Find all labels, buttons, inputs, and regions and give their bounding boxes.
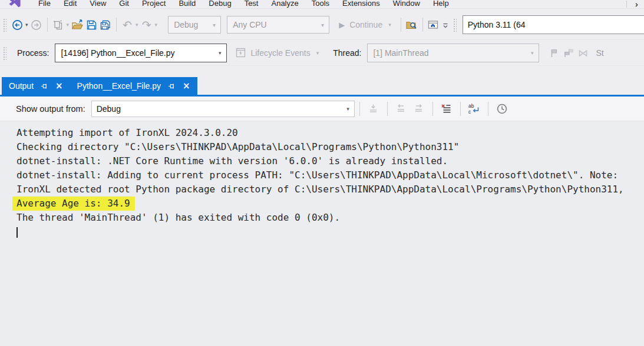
save-all-icon	[100, 19, 111, 31]
debug-location-toolbar: Process: [14196] Python__Excel_File.py ▾…	[0, 40, 644, 66]
caret-icon	[16, 227, 18, 238]
tab-label: Python__Excel_File.py	[77, 81, 161, 91]
undo-caret-icon[interactable]: ▾	[134, 22, 140, 28]
open-folder-icon	[71, 19, 84, 31]
browser-home-icon	[427, 19, 440, 31]
output-line: Checking directory "C:\Users\THINKPAD\Ap…	[12, 140, 464, 154]
menu-bar: FileEditViewGitProjectBuildDebugTestAnal…	[0, 0, 644, 9]
menu-item[interactable]: Analyze	[265, 0, 305, 8]
lifecycle-events-icon	[235, 47, 246, 58]
lifecycle-caret-icon: ▾	[315, 50, 321, 56]
clear-all-button[interactable]	[440, 101, 454, 117]
menu-item[interactable]: View	[83, 0, 113, 8]
continue-caret-icon: ▾	[387, 22, 392, 28]
menu-overflow-chevron-icon[interactable]: ›	[635, 0, 638, 9]
output-line: dotnet-install: .NET Core Runtime with v…	[12, 154, 453, 168]
output-source-combo[interactable]: Debug ▾	[91, 101, 355, 117]
toolbar-grip[interactable]	[2, 18, 6, 32]
visual-studio-window: FileEditViewGitProjectBuildDebugTestAnal…	[0, 0, 644, 346]
word-wrap-icon: ab c	[468, 103, 480, 114]
pin-icon[interactable]	[41, 82, 48, 90]
menu-item[interactable]: Debug	[202, 0, 237, 8]
menu-item[interactable]: Window	[387, 0, 427, 8]
standard-toolbar: ▾ ▾	[0, 9, 644, 40]
toolbar-separator	[387, 102, 388, 116]
stack-frame-label-clipped: St	[596, 48, 603, 58]
back-dropdown-caret-icon[interactable]: ▾	[24, 22, 29, 28]
open-file-button[interactable]	[70, 17, 84, 32]
toolbar-overflow-button[interactable]	[441, 17, 450, 32]
new-project-caret-icon[interactable]: ▾	[65, 22, 71, 28]
solution-platform-combo[interactable]: Any CPU ▾	[227, 16, 329, 34]
navigate-back-button[interactable]	[10, 17, 24, 32]
lifecycle-events-button[interactable]: Lifecycle Events ▾	[235, 47, 320, 58]
tab-label: Output	[9, 81, 34, 91]
close-icon[interactable]: ×	[183, 82, 190, 91]
thread-combo[interactable]: [1] MainThread ▾	[367, 44, 539, 62]
redo-caret-icon[interactable]: ▾	[154, 22, 159, 28]
find-in-files-button[interactable]	[405, 17, 419, 32]
toolbar-grip[interactable]	[2, 46, 6, 60]
menu-item[interactable]: Tools	[305, 0, 336, 8]
show-threads-in-source-button[interactable]: ⋈	[576, 45, 590, 61]
toolbar-separator	[47, 18, 48, 32]
output-line: Average Age is: 34.9	[12, 197, 135, 211]
menu-separator	[626, 1, 627, 8]
solution-configuration-value: Debug	[174, 20, 198, 29]
menu-item[interactable]: Git	[113, 0, 136, 8]
toolbar-separator	[116, 18, 117, 32]
forward-arrow-icon	[31, 19, 42, 31]
visual-studio-logo	[6, 0, 24, 8]
toggle-timestamps-button[interactable]	[495, 101, 509, 117]
menu-item[interactable]: Extensions	[336, 0, 387, 8]
menu-bar-right: ›	[618, 1, 644, 8]
play-icon: ▶	[339, 21, 345, 29]
save-all-button[interactable]	[98, 17, 113, 32]
toolbar-separator	[488, 102, 488, 116]
thread-value: [1] MainThread	[373, 48, 428, 58]
close-icon[interactable]: ×	[55, 82, 63, 91]
tab-output[interactable]: Output ×	[2, 77, 70, 95]
show-current-process-button[interactable]	[547, 45, 562, 61]
flag-icon	[549, 48, 560, 58]
pin-icon[interactable]	[168, 82, 176, 90]
find-message-button[interactable]	[366, 101, 381, 117]
process-value: [14196] Python__Excel_File.py	[61, 48, 174, 58]
undo-button[interactable]: ↶	[120, 17, 134, 32]
redo-button[interactable]: ↷	[140, 17, 154, 32]
combo-caret-icon: ▾	[217, 50, 223, 56]
menu-item[interactable]: File	[32, 0, 57, 8]
menu-item[interactable]: Edit	[57, 0, 83, 8]
process-combo[interactable]: [14196] Python__Excel_File.py ▾	[55, 44, 227, 62]
previous-message-button[interactable]	[394, 101, 408, 117]
web-browser-button[interactable]	[427, 17, 441, 32]
output-toolbar: Show output from: Debug ▾	[0, 97, 644, 121]
tab-strip-spacer	[0, 66, 644, 77]
toolbar-separator	[401, 18, 401, 32]
solution-configuration-combo[interactable]: Debug ▾	[168, 16, 221, 34]
show-all-processes-button[interactable]	[562, 45, 576, 61]
menu-item[interactable]: Build	[172, 0, 202, 8]
combo-caret-icon: ▾	[345, 106, 351, 112]
python-environment-combo[interactable]: Python 3.11 (64	[463, 15, 644, 34]
output-line: Attempting import of IronXL 2024.3.0.20	[12, 126, 243, 140]
menu-item[interactable]: Project	[136, 0, 172, 8]
tab-python-excel-file[interactable]: Python__Excel_File.py ×	[70, 77, 197, 95]
new-project-button[interactable]	[51, 17, 65, 32]
next-message-button[interactable]	[412, 101, 426, 117]
navigate-forward-button[interactable]	[29, 17, 44, 32]
toolbar-separator	[460, 102, 461, 116]
toggle-word-wrap-button[interactable]: ab c	[467, 101, 481, 117]
save-button[interactable]	[84, 17, 98, 32]
output-line: The thread 'MainThread' (1) has exited w…	[12, 211, 345, 225]
menu-item[interactable]: Help	[427, 0, 455, 8]
toolbar-grip[interactable]	[453, 18, 457, 32]
continue-button[interactable]: ▶ Continue ▾	[339, 20, 392, 29]
menu-item[interactable]: Test	[238, 0, 265, 8]
undo-icon: ↶	[123, 19, 132, 31]
toolbar-separator	[359, 102, 360, 116]
tab-strip: Output × Python__Excel_File.py ×	[0, 77, 644, 95]
previous-message-icon	[395, 103, 407, 114]
new-project-icon	[52, 19, 64, 31]
clear-all-icon	[441, 103, 452, 114]
